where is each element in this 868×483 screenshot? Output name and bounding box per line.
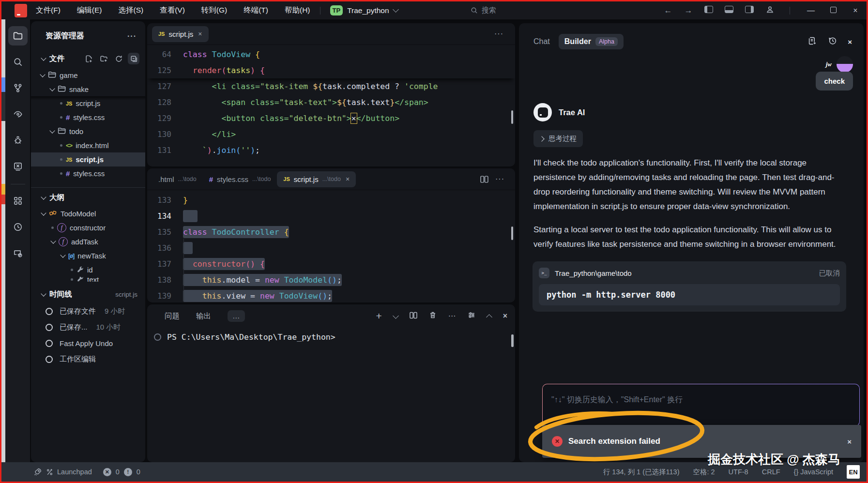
- tree-item-styles-css[interactable]: #styles.css: [31, 166, 145, 181]
- scrollbar-handle[interactable]: [511, 334, 514, 347]
- code-line-134[interactable]: 134: [147, 208, 515, 224]
- timeline-item[interactable]: Fast Apply Undo: [31, 335, 145, 351]
- menu-item[interactable]: 选择(S): [118, 5, 143, 15]
- chat-history-icon[interactable]: [828, 36, 837, 47]
- tab-styles-css[interactable]: #styles.css...\todo: [203, 171, 277, 187]
- tab-problems[interactable]: 问题: [165, 311, 180, 321]
- toggle-left-sidebar-button[interactable]: [699, 6, 719, 15]
- files-section-header[interactable]: 文件: [31, 46, 145, 68]
- nav-back-button[interactable]: ←: [658, 6, 678, 15]
- new-file-icon[interactable]: [83, 53, 94, 64]
- tab-chat[interactable]: Chat: [533, 37, 550, 46]
- timeline-item[interactable]: 已保存...10 小时: [31, 319, 145, 335]
- refresh-icon[interactable]: [113, 53, 124, 64]
- preview-eye-icon[interactable]: [8, 105, 28, 124]
- close-tab-icon[interactable]: ×: [198, 30, 202, 38]
- panel-overflow-tabs[interactable]: …: [228, 310, 245, 322]
- filter-icon[interactable]: [468, 311, 475, 321]
- close-panel-icon[interactable]: ×: [503, 312, 507, 320]
- scrollbar-handle[interactable]: [511, 226, 513, 240]
- thinking-process-toggle[interactable]: 思考过程: [533, 130, 583, 147]
- tab-script-js[interactable]: JS script.js ×: [152, 26, 209, 42]
- outline-item-addTask[interactable]: faddTask: [31, 235, 145, 249]
- eol-sequence[interactable]: CRLF: [762, 468, 780, 476]
- history-clock-icon[interactable]: [8, 217, 28, 237]
- tree-item-script-js[interactable]: JSscript.js: [31, 152, 145, 166]
- split-editor-icon[interactable]: [480, 175, 488, 183]
- code-line-125[interactable]: 125 render(tasks) {: [147, 62, 515, 78]
- terminal[interactable]: PS C:\Users\Ma\Desktop\Trae_python>: [147, 328, 515, 342]
- tree-item-snake[interactable]: snake: [31, 82, 145, 96]
- ime-indicator[interactable]: EN: [847, 465, 860, 479]
- remote-window-icon[interactable]: [8, 243, 28, 263]
- tree-item-game[interactable]: game: [31, 68, 145, 82]
- account-button[interactable]: [760, 5, 780, 16]
- kill-terminal-icon[interactable]: [429, 311, 437, 321]
- code-area-bottom[interactable]: 133}134 135class TodoController {136 137…: [147, 190, 515, 302]
- errors-icon[interactable]: ✕: [103, 468, 111, 476]
- source-control-icon[interactable]: [8, 78, 28, 98]
- code-line-127[interactable]: 127 <li class="task-item ${task.complete…: [147, 78, 515, 94]
- menu-item[interactable]: 转到(G): [201, 5, 227, 15]
- apps-grid-icon[interactable]: [8, 191, 28, 211]
- menu-item[interactable]: 查看(V): [160, 5, 185, 15]
- tree-item-todo[interactable]: todo: [31, 124, 145, 138]
- code-line-128[interactable]: 128 <span class="task-text">${task.text}…: [147, 94, 515, 110]
- code-line-129[interactable]: 129 <button class="delete-btn">×</button…: [147, 110, 515, 126]
- new-chat-icon[interactable]: [808, 36, 817, 47]
- tab--html[interactable]: .html...\todo: [152, 171, 203, 187]
- code-line-133[interactable]: 133}: [147, 192, 515, 208]
- search-icon[interactable]: [8, 52, 28, 72]
- new-terminal-icon[interactable]: +: [376, 310, 381, 322]
- global-search[interactable]: 搜索: [471, 6, 496, 15]
- terminal-dropdown-icon[interactable]: [393, 313, 399, 319]
- outline-section-header[interactable]: 大纲: [31, 189, 145, 207]
- new-folder-icon[interactable]: [98, 53, 109, 64]
- user-avatar[interactable]: [837, 56, 853, 73]
- code-area-top[interactable]: 64class TodoView {125 render(tasks) {127…: [147, 45, 515, 158]
- code-line-138[interactable]: 138 this.model = new TodoModel();: [147, 272, 515, 288]
- warnings-icon[interactable]: !: [124, 468, 132, 476]
- editor-more-actions-icon[interactable]: ···: [494, 30, 503, 38]
- outline-item-text[interactable]: text: [31, 277, 145, 282]
- code-line-130[interactable]: 130 </li>: [147, 126, 515, 142]
- encoding[interactable]: UTF-8: [729, 468, 748, 476]
- outline-item-newTask[interactable]: [ø]newTask: [31, 249, 145, 263]
- debug-icon[interactable]: [8, 131, 28, 150]
- menu-item[interactable]: 文件(F): [36, 5, 61, 15]
- close-chat-icon[interactable]: ×: [848, 38, 852, 46]
- code-line-137[interactable]: 137 constructor() {: [147, 256, 515, 272]
- command-text[interactable]: python -m http.server 8000: [539, 284, 840, 305]
- toggle-panel-button[interactable]: [719, 6, 739, 15]
- tab-output[interactable]: 输出: [196, 311, 211, 321]
- tab-builder[interactable]: Builder Alpha: [559, 34, 624, 49]
- nav-forward-button[interactable]: →: [678, 6, 699, 15]
- panel-more-actions-icon[interactable]: ···: [448, 312, 456, 320]
- maximize-panel-icon[interactable]: [486, 314, 492, 320]
- minimize-button[interactable]: —: [800, 6, 822, 15]
- close-tab-icon[interactable]: ×: [346, 175, 350, 183]
- explorer-icon[interactable]: [8, 26, 28, 45]
- close-notification-icon[interactable]: ×: [847, 438, 852, 446]
- tab-script-js[interactable]: JSscript.js...\todo×: [277, 171, 356, 187]
- launchpad-button[interactable]: Launchpad: [57, 468, 92, 476]
- test-box-icon[interactable]: [8, 157, 28, 176]
- menu-item[interactable]: 编辑(E): [77, 5, 102, 15]
- editor-more-actions-icon[interactable]: ···: [495, 175, 504, 183]
- tree-item-styles-css[interactable]: #styles.css: [31, 110, 145, 124]
- close-button[interactable]: ×: [844, 6, 867, 15]
- project-switcher[interactable]: TP Trae_python: [330, 5, 398, 15]
- timeline-item[interactable]: 已保存文件9 小时: [31, 303, 145, 319]
- maximize-button[interactable]: [822, 6, 844, 15]
- timeline-section-header[interactable]: 时间线 script.js: [31, 282, 145, 303]
- code-line-139[interactable]: 139 this.view = new TodoView();: [147, 288, 515, 302]
- timeline-item[interactable]: 工作区编辑: [31, 351, 145, 367]
- cursor-position[interactable]: 行 134, 列 1 (已选择113): [603, 468, 680, 477]
- outline-item-TodoModel[interactable]: TodoModel: [31, 207, 145, 221]
- outline-item-constructor[interactable]: fconstructor: [31, 221, 145, 235]
- indentation[interactable]: 空格: 2: [693, 468, 715, 477]
- tree-item-index-html[interactable]: <>index.html: [31, 138, 145, 152]
- code-line-136[interactable]: 136: [147, 240, 515, 256]
- warnings-count[interactable]: 0: [137, 468, 140, 476]
- code-line-135[interactable]: 135class TodoController {: [147, 224, 515, 240]
